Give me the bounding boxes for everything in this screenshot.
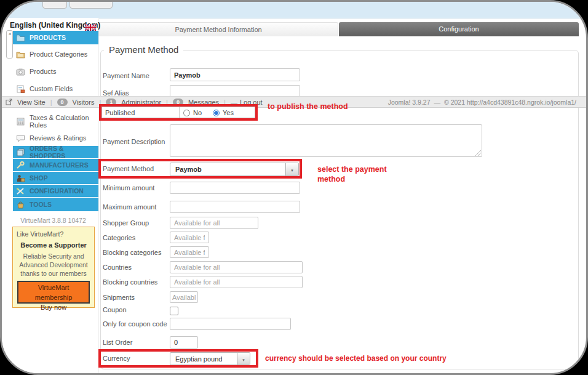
- blocking-categories-input[interactable]: [170, 246, 209, 258]
- folder-icon: [16, 34, 25, 42]
- coupon-label: Coupon: [103, 306, 127, 313]
- supporter-box: Like VirtueMart? Become a Supporter Reli…: [12, 227, 95, 308]
- custom-fields-icon: [16, 85, 25, 93]
- sidebar-item-taxes[interactable]: Taxes & Calculation Rules: [13, 115, 98, 127]
- sidebar-item-label: Products: [30, 68, 56, 75]
- folder-icon: [16, 50, 25, 58]
- sidebar-item-label: Taxes & Calculation Rules: [30, 114, 98, 129]
- minimum-amount-label: Minimum amount: [103, 184, 154, 192]
- currency-annotation-text: currency should be selected based on you…: [265, 353, 447, 363]
- published-no-label: No: [193, 109, 202, 116]
- documents-icon: [16, 148, 25, 156]
- list-order-input[interactable]: [170, 336, 198, 349]
- sidebar-item-label: ORDERS & SHOPPERS: [30, 145, 98, 159]
- fieldset-legend: Payment Method: [104, 44, 183, 55]
- sidebar-item-manufacturers[interactable]: MANUFACTURERS: [13, 159, 98, 171]
- payment-method-select[interactable]: Paymob: [170, 163, 299, 176]
- supporter-question: Like VirtueMart?: [17, 230, 63, 238]
- list-order-label: List Order: [103, 339, 132, 346]
- visitors-link[interactable]: Visitors: [73, 99, 95, 106]
- maximum-amount-label: Maximum amount: [103, 203, 156, 211]
- published-yes-radio[interactable]: [213, 110, 220, 116]
- countries-label: Countries: [103, 264, 132, 271]
- blocking-countries-label: Blocking countries: [103, 278, 157, 286]
- payment-name-label: Payment Name: [103, 72, 149, 79]
- only-coupon-input[interactable]: [170, 318, 291, 330]
- buy-membership-button[interactable]: VirtueMart membership Buy now: [17, 281, 90, 304]
- shopkeeper-icon: [16, 174, 25, 182]
- sidebar-item-label: TOOLS: [30, 201, 52, 208]
- basket-icon: [16, 201, 25, 209]
- tab-configuration[interactable]: Configuration: [339, 22, 579, 36]
- sidebar-item-custom-fields[interactable]: Custom Fields: [13, 83, 98, 95]
- sidebar-item-configuration[interactable]: CONFIGURATION: [13, 185, 98, 197]
- published-no-radio[interactable]: [183, 110, 190, 116]
- sidebar-item-products-section[interactable]: PRODUCTS: [13, 31, 98, 44]
- shopper-group-label: Shopper Group: [103, 219, 149, 227]
- sidebar-item-label: SHOP: [30, 174, 48, 182]
- browser-tab-stub[interactable]: [70, 0, 113, 9]
- coupon-checkbox[interactable]: [170, 307, 178, 315]
- sidebar-item-label: Product Categories: [30, 50, 87, 58]
- shipments-label: Shipments: [103, 294, 135, 301]
- categories-label: Categories: [103, 234, 135, 241]
- published-yes-label: Yes: [223, 109, 234, 116]
- payment-method-label: Payment Method: [103, 165, 154, 172]
- sidebar-collapse-handle[interactable]: [6, 30, 13, 58]
- published-row: Published No Yes: [101, 107, 255, 118]
- sidebar-item-product-categories[interactable]: Product Categories: [13, 48, 98, 60]
- tools-icon: [16, 187, 25, 195]
- view-site-link[interactable]: View Site: [17, 99, 46, 106]
- currency-select[interactable]: Egyptian pound: [170, 352, 250, 365]
- payment-description-textarea[interactable]: [170, 124, 482, 157]
- blocking-categories-label: Blocking categories: [103, 249, 161, 256]
- only-coupon-label: Only for coupon code: [103, 320, 167, 328]
- payment-name-input[interactable]: [170, 68, 300, 81]
- browser-tab-stub[interactable]: [42, 0, 67, 9]
- minimum-amount-input[interactable]: [170, 182, 300, 194]
- payment-description-wrap: [170, 124, 482, 157]
- blocking-countries-input[interactable]: [170, 276, 303, 288]
- speech-bubble-icon: [16, 134, 25, 142]
- sidebar-item-products[interactable]: Products: [13, 65, 98, 78]
- sidebar-item-label: CONFIGURATION: [30, 187, 84, 195]
- sidebar-item-label: Reviews & Ratings: [30, 134, 86, 142]
- tab-payment-method-information[interactable]: Payment Method Information: [98, 22, 338, 36]
- view-site-icon: [6, 99, 12, 105]
- joomla-version-bar: Joomla! 3.9.27 — © 2021 http://a4cd43891…: [388, 97, 576, 107]
- calculator-icon: [16, 118, 25, 126]
- sidebar-item-reviews[interactable]: Reviews & Ratings: [13, 132, 98, 144]
- visitors-count-badge: 0: [57, 99, 68, 106]
- browser-top-strip: [2, 2, 586, 18]
- payment-method-annotation-text: select the payment method: [317, 164, 387, 184]
- shopper-group-input[interactable]: [170, 217, 258, 229]
- camera-icon: [16, 68, 25, 76]
- app-window: English (United Kingdom) PRODUCTS Produc…: [0, 0, 588, 375]
- separator: |: [50, 99, 52, 106]
- divider: [179, 107, 180, 118]
- sidebar-item-label: Custom Fields: [30, 85, 73, 92]
- dropdown-arrow-icon[interactable]: [285, 163, 298, 175]
- sidebar-item-tools[interactable]: TOOLS: [13, 198, 98, 211]
- maximum-amount-input[interactable]: [170, 201, 300, 213]
- supporter-title: Become a Supporter: [13, 241, 94, 249]
- virtuemart-version: VirtueMart 3.8.8 10472: [8, 217, 98, 224]
- sidebar-item-shop[interactable]: SHOP: [13, 172, 98, 184]
- categories-input[interactable]: [170, 232, 209, 243]
- currency-label: Currency: [103, 355, 130, 362]
- wrench-icon: [16, 161, 25, 169]
- published-annotation-box: Published No Yes: [99, 104, 258, 121]
- shipments-input[interactable]: [170, 291, 198, 303]
- sidebar-item-label: PRODUCTS: [30, 34, 66, 41]
- sidebar-item-label: MANUFACTURERS: [30, 161, 89, 169]
- supporter-body: Reliable Security and Advanced Developme…: [13, 252, 94, 278]
- dropdown-arrow-icon[interactable]: [237, 353, 250, 365]
- sidebar-item-orders-shoppers[interactable]: ORDERS & SHOPPERS: [13, 146, 98, 158]
- published-annotation-text: to publish the method: [268, 102, 348, 111]
- payment-description-label: Payment Description: [103, 138, 165, 145]
- published-label: Published: [105, 109, 135, 116]
- countries-input[interactable]: [170, 261, 303, 273]
